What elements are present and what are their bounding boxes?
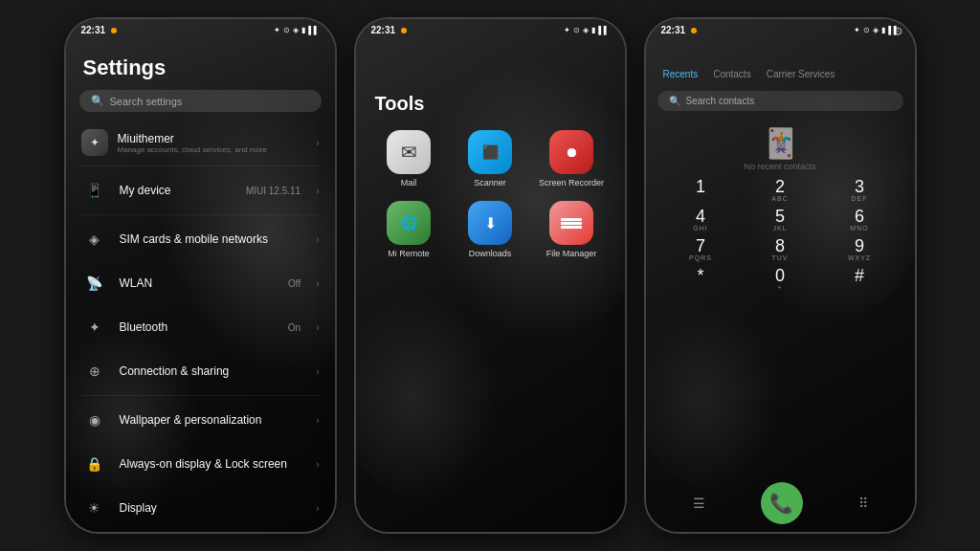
- app-mail[interactable]: ✉ Mail: [375, 130, 443, 187]
- dialpad-key-2[interactable]: 2 ABC: [755, 178, 805, 202]
- dialpad-key-0[interactable]: 0 +: [755, 267, 805, 291]
- contacts-search-bar[interactable]: 🔍 Search contacts: [657, 91, 903, 111]
- dialpad-key-3[interactable]: 3 DEF: [835, 178, 884, 202]
- settings-item-wlan[interactable]: 📡 WLAN Off ›: [66, 261, 335, 305]
- status-time-3: 22:31: [661, 25, 686, 35]
- status-bar-3: 22:31 ✦ ⊙ ◈ ▮ ▌▌: [646, 19, 915, 39]
- menu-icon[interactable]: ☰: [693, 496, 705, 511]
- my-device-text: My device: [120, 184, 234, 197]
- wlan-value: Off: [288, 278, 301, 289]
- miuithemer-chevron: ›: [316, 138, 319, 148]
- settings-screen: Settings 🔍 Search settings ✦ Miuithemer …: [66, 40, 335, 532]
- sim-icon: ◈: [81, 226, 108, 253]
- status-icons-1: ✦ ⊙ ◈ ▮ ▌▌: [274, 26, 319, 34]
- app-screen-recorder[interactable]: ⏺ Screen Recorder: [538, 130, 606, 187]
- my-device-icon: 📱: [81, 177, 108, 204]
- bluetooth-label: Bluetooth: [120, 320, 277, 334]
- my-device-label: My device: [120, 184, 234, 197]
- loc-icon-2: ◈: [583, 26, 589, 34]
- dialpad-key-4[interactable]: 4 GHI: [676, 208, 725, 231]
- settings-item-display[interactable]: ☀ Display ›: [66, 486, 335, 530]
- divider-3: [81, 395, 320, 396]
- tab-carrier-services[interactable]: Carrier Services: [759, 65, 843, 83]
- wlan-label: WLAN: [120, 276, 278, 290]
- settings-search-bar[interactable]: 🔍 Search settings: [79, 90, 322, 112]
- dialpad-key-7[interactable]: 7 PQRS: [676, 237, 725, 261]
- mail-label: Mail: [401, 178, 417, 187]
- bluetooth-value: On: [288, 322, 301, 333]
- no-contacts-icon: 🃏: [763, 126, 798, 160]
- my-device-value: MIUI 12.5.11: [246, 186, 301, 196]
- sim-text: SIM cards & mobile networks: [120, 232, 305, 246]
- mail-app-icon: ✉: [387, 130, 431, 174]
- remote-label: Mi Remote: [388, 249, 430, 258]
- connection-text: Connection & sharing: [120, 364, 305, 378]
- dialpad-row-3: 7 PQRS 8 TUV 9 WXYZ: [661, 237, 900, 261]
- miuithemer-row[interactable]: ✦ Miuithemer Manage accounts, cloud serv…: [66, 121, 335, 164]
- wlan-text: WLAN: [120, 276, 278, 290]
- my-device-chevron: ›: [316, 186, 319, 196]
- display-chevron: ›: [316, 503, 319, 514]
- tab-recents[interactable]: Recents: [656, 65, 706, 83]
- settings-item-sim[interactable]: ◈ SIM cards & mobile networks ›: [66, 217, 335, 261]
- recorder-label: Screen Recorder: [539, 178, 604, 187]
- wlan-icon: 📡: [81, 270, 108, 297]
- dialpad-key-6[interactable]: 6 MNO: [835, 208, 884, 231]
- app-downloads[interactable]: ⬇ Downloads: [457, 201, 524, 258]
- status-dot-3: [691, 28, 697, 33]
- settings-item-bluetooth[interactable]: ✦ Bluetooth On ›: [66, 305, 335, 349]
- bt-icon-2: ✦: [564, 26, 570, 34]
- downloads-label: Downloads: [469, 249, 512, 258]
- dialpad-key-hash[interactable]: #: [835, 267, 884, 291]
- bluetooth-icon: ✦: [274, 26, 280, 34]
- wlan-chevron: ›: [316, 278, 319, 289]
- always-on-chevron: ›: [316, 459, 319, 470]
- settings-item-connection[interactable]: ⊕ Connection & sharing ›: [66, 349, 335, 393]
- dialpad-key-star[interactable]: *: [676, 267, 725, 291]
- miuithemer-label: Miuithemer: [118, 132, 307, 145]
- battery-icon: ▮: [301, 26, 305, 34]
- search-icon-dialer: 🔍: [669, 96, 680, 106]
- bat-icon-2: ▮: [591, 26, 595, 34]
- settings-item-my-device[interactable]: 📱 My device MIUI 12.5.11 ›: [66, 168, 335, 212]
- call-button[interactable]: 📞: [761, 482, 803, 524]
- dialer-screen: Recents Contacts Carrier Services 🔍 Sear…: [646, 40, 915, 532]
- wallpaper-icon: ◉: [81, 407, 108, 433]
- phone-home: 22:31 ✦ ⊙ ◈ ▮ ▌▌ Tools ✉ Mail ⬛ Scanner: [354, 17, 627, 534]
- bluetooth-chevron: ›: [316, 322, 319, 333]
- connection-chevron: ›: [316, 366, 319, 377]
- connection-icon: ⊕: [81, 358, 108, 385]
- dialpad-key-5[interactable]: 5 JKL: [755, 208, 805, 231]
- sig-icon-3: ▌▌: [888, 26, 899, 34]
- wallpaper-text: Wallpaper & personalization: [120, 413, 305, 427]
- tools-screen: Tools ✉ Mail ⬛ Scanner ⏺ Screen Recorder…: [356, 40, 625, 532]
- display-label: Display: [120, 501, 305, 515]
- loc-icon-3: ◈: [873, 26, 879, 34]
- phone-settings: 22:31 ✦ ⊙ ◈ ▮ ▌▌ Settings 🔍 Search setti…: [64, 17, 337, 534]
- search-placeholder: Search settings: [110, 96, 183, 107]
- dialpad-key-1[interactable]: 1: [676, 178, 725, 202]
- always-on-icon: 🔒: [81, 451, 108, 477]
- app-scanner[interactable]: ⬛ Scanner: [457, 130, 524, 187]
- status-bar-2: 22:31 ✦ ⊙ ◈ ▮ ▌▌: [356, 19, 625, 39]
- app-grid: ✉ Mail ⬛ Scanner ⏺ Screen Recorder 🌐 Mi …: [356, 130, 625, 258]
- dialpad-key-8[interactable]: 8 TUV: [755, 237, 805, 261]
- connection-label: Connection & sharing: [120, 364, 305, 378]
- divider-1: [81, 165, 320, 166]
- app-file-manager[interactable]: File Manager: [538, 201, 606, 258]
- bluetooth-settings-icon: ✦: [81, 314, 108, 341]
- app-mi-remote[interactable]: 🌐 Mi Remote: [375, 201, 443, 258]
- dialer-tab-bar: Recents Contacts Carrier Services: [646, 61, 915, 89]
- settings-item-always-on[interactable]: 🔒 Always-on display & Lock screen ›: [66, 442, 335, 486]
- status-dot-1: [111, 28, 117, 33]
- bluetooth-text: Bluetooth: [120, 320, 277, 334]
- always-on-label: Always-on display & Lock screen: [120, 457, 305, 471]
- dialpad-row-4: * 0 + #: [661, 267, 900, 291]
- dialpad-grid-icon[interactable]: ⠿: [858, 496, 868, 511]
- wallpaper-label: Wallpaper & personalization: [120, 413, 305, 427]
- tab-contacts[interactable]: Contacts: [705, 65, 758, 83]
- dialpad-key-9[interactable]: 9 WXYZ: [835, 237, 884, 261]
- settings-item-wallpaper[interactable]: ◉ Wallpaper & personalization ›: [66, 398, 335, 442]
- status-bar-1: 22:31 ✦ ⊙ ◈ ▮ ▌▌: [66, 19, 335, 39]
- signal-icon: ▌▌: [308, 26, 319, 34]
